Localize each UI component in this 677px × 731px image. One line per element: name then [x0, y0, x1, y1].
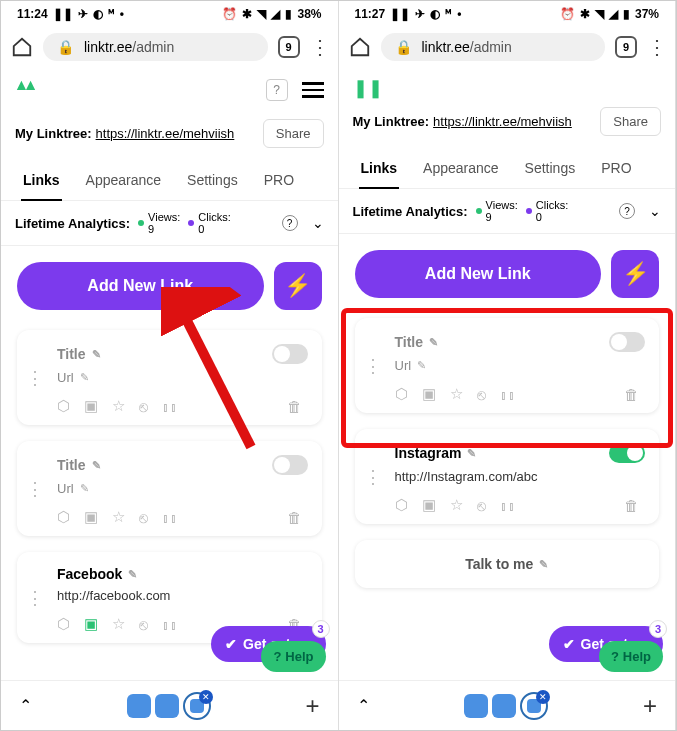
my-linktree-url[interactable]: https://linktr.ee/mehviish — [96, 126, 235, 141]
star-icon[interactable]: ☆ — [112, 615, 125, 633]
trash-icon[interactable]: 🗑 — [287, 398, 302, 415]
help-button[interactable]: ?Help — [261, 641, 325, 672]
tab-pro[interactable]: PRO — [262, 162, 296, 200]
star-icon[interactable]: ☆ — [450, 385, 463, 403]
tab-appearance[interactable]: Appearance — [421, 150, 501, 188]
trash-icon[interactable]: 🗑 — [624, 497, 639, 514]
image-icon[interactable]: ▣ — [84, 508, 98, 526]
chevron-down-icon[interactable]: ⌄ — [649, 203, 661, 219]
question-icon[interactable]: ? — [282, 215, 298, 231]
tab-icon[interactable] — [155, 694, 179, 718]
help-button[interactable]: ?Help — [599, 641, 663, 672]
tab-icon[interactable] — [127, 694, 151, 718]
right-pane: 11:27 ❚❚ ✈ ◐ ᴹ • ⏰ ✱ ◥ ◢ ▮ 37% 🔒 linktr.… — [339, 1, 677, 730]
linktree-logo[interactable] — [15, 79, 37, 101]
drag-handle-icon[interactable]: ⋮ — [17, 441, 53, 536]
toggle-switch[interactable] — [609, 443, 645, 463]
pencil-icon[interactable]: ✎ — [467, 447, 476, 460]
tab-links[interactable]: Links — [359, 150, 400, 188]
plus-icon[interactable]: + — [643, 692, 657, 720]
tab-icon[interactable] — [464, 694, 488, 718]
tab-count[interactable]: 9 — [615, 36, 637, 58]
pencil-icon[interactable]: ✎ — [80, 371, 89, 384]
star-icon[interactable]: ☆ — [112, 397, 125, 415]
card-title: Title✎ — [57, 346, 101, 362]
tab-icon[interactable] — [492, 694, 516, 718]
thumbnail-icon[interactable]: ⬡ — [395, 496, 408, 514]
thumbnail-icon[interactable]: ⬡ — [57, 508, 70, 526]
tab-settings[interactable]: Settings — [185, 162, 240, 200]
home-icon[interactable] — [11, 37, 33, 57]
image-icon[interactable]: ▣ — [422, 385, 436, 403]
home-icon[interactable] — [349, 37, 371, 57]
browser-bar: 🔒 linktr.ee/admin 9 ⋮ — [339, 25, 676, 69]
share-button[interactable]: Share — [263, 119, 324, 148]
image-icon[interactable]: ▣ — [84, 615, 98, 633]
trash-icon[interactable]: 🗑 — [624, 386, 639, 403]
thumbnail-icon[interactable]: ⬡ — [395, 385, 408, 403]
toggle-switch[interactable] — [609, 332, 645, 352]
chart-icon[interactable]: ⫾⫾ — [162, 616, 178, 633]
chart-icon[interactable]: ⫾⫾ — [500, 497, 516, 514]
browser-menu-icon[interactable]: ⋮ — [310, 35, 328, 59]
bottom-nav: ⌃ ✕ + — [339, 680, 676, 730]
browser-menu-icon[interactable]: ⋮ — [647, 35, 665, 59]
add-new-link-button[interactable]: Add New Link — [355, 250, 602, 298]
pencil-icon[interactable]: ✎ — [539, 558, 548, 571]
bolt-button[interactable]: ⚡ — [611, 250, 659, 298]
help-badge-icon[interactable]: ? — [266, 79, 288, 101]
tab-links[interactable]: Links — [21, 162, 62, 200]
tab-pro[interactable]: PRO — [599, 150, 633, 188]
toggle-switch[interactable] — [272, 344, 308, 364]
tab-appearance[interactable]: Appearance — [84, 162, 164, 200]
drag-handle-icon[interactable]: ⋮ — [355, 429, 391, 524]
schedule-icon[interactable]: ⎋ — [477, 497, 486, 514]
question-icon[interactable]: ? — [619, 203, 635, 219]
chart-icon[interactable]: ⫾⫾ — [162, 398, 178, 415]
toggle-switch[interactable] — [272, 455, 308, 475]
pencil-icon[interactable]: ✎ — [80, 482, 89, 495]
tab-count[interactable]: 9 — [278, 36, 300, 58]
schedule-icon[interactable]: ⎋ — [477, 386, 486, 403]
thumbnail-icon[interactable]: ⬡ — [57, 615, 70, 633]
bolt-button[interactable]: ⚡ — [274, 262, 322, 310]
my-linktree-url[interactable]: https://linktr.ee/mehviish — [433, 114, 572, 129]
thumbnail-icon[interactable]: ⬡ — [57, 397, 70, 415]
wifi-icon: ◥ — [257, 7, 266, 21]
pencil-icon[interactable]: ✎ — [417, 359, 426, 372]
talk-to-me-card[interactable]: Talk to me ✎ — [355, 540, 660, 588]
pencil-icon[interactable]: ✎ — [128, 568, 137, 581]
star-icon[interactable]: ☆ — [450, 496, 463, 514]
hamburger-menu-icon[interactable] — [302, 82, 324, 98]
image-icon[interactable]: ▣ — [422, 496, 436, 514]
schedule-icon[interactable]: ⎋ — [139, 509, 148, 526]
bottom-nav: ⌃ ✕ + — [1, 680, 338, 730]
tab-active-icon[interactable]: ✕ — [183, 692, 211, 720]
image-icon[interactable]: ▣ — [84, 397, 98, 415]
tab-active-icon[interactable]: ✕ — [520, 692, 548, 720]
chevron-up-icon[interactable]: ⌃ — [19, 696, 32, 715]
plus-icon[interactable]: + — [305, 692, 319, 720]
drag-handle-icon[interactable]: ⋮ — [355, 318, 391, 413]
tab-settings[interactable]: Settings — [523, 150, 578, 188]
close-icon[interactable]: ✕ — [536, 690, 550, 704]
star-icon[interactable]: ☆ — [112, 508, 125, 526]
close-icon[interactable]: ✕ — [199, 690, 213, 704]
drag-handle-icon[interactable]: ⋮ — [17, 330, 53, 425]
pencil-icon[interactable]: ✎ — [92, 459, 101, 472]
pencil-icon[interactable]: ✎ — [429, 336, 438, 349]
url-bar[interactable]: 🔒 linktr.ee/admin — [43, 33, 268, 61]
circle-icon: ◐ — [430, 7, 440, 21]
schedule-icon[interactable]: ⎋ — [139, 398, 148, 415]
chevron-up-icon[interactable]: ⌃ — [357, 696, 370, 715]
drag-handle-icon[interactable]: ⋮ — [17, 552, 53, 643]
chevron-down-icon[interactable]: ⌄ — [312, 215, 324, 231]
url-bar[interactable]: 🔒 linktr.ee/admin — [381, 33, 606, 61]
pencil-icon[interactable]: ✎ — [92, 348, 101, 361]
schedule-icon[interactable]: ⎋ — [139, 616, 148, 633]
trash-icon[interactable]: 🗑 — [287, 509, 302, 526]
chart-icon[interactable]: ⫾⫾ — [500, 386, 516, 403]
add-new-link-button[interactable]: Add New Link — [17, 262, 264, 310]
share-button[interactable]: Share — [600, 107, 661, 136]
chart-icon[interactable]: ⫾⫾ — [162, 509, 178, 526]
